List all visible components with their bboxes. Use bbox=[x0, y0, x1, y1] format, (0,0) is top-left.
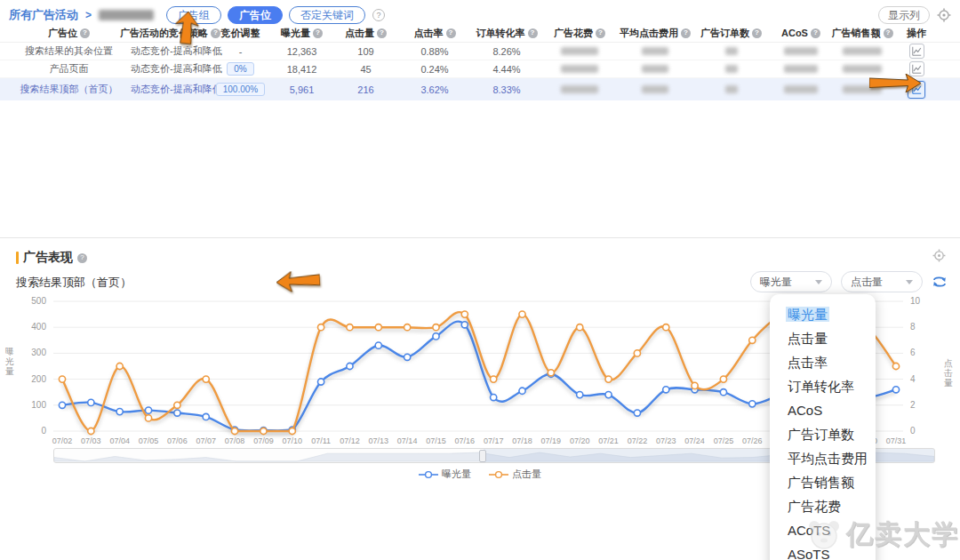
column-header: 广告位? bbox=[7, 27, 131, 40]
tab-negative-keywords[interactable]: 否定关键词 bbox=[289, 6, 365, 24]
metric-select-primary[interactable]: 曝光量 bbox=[750, 271, 832, 292]
bid-adjustment-cell: 0% bbox=[210, 62, 271, 76]
column-header: 平均点击费用? bbox=[616, 27, 694, 40]
redacted-value bbox=[725, 65, 738, 73]
settings-gear-icon[interactable] bbox=[937, 8, 951, 22]
column-header: 点击量? bbox=[332, 27, 399, 40]
column-header: 点击率? bbox=[399, 27, 470, 40]
chart-settings-gear-icon[interactable] bbox=[932, 249, 946, 262]
svg-text:100: 100 bbox=[31, 400, 46, 410]
chevron-down-icon bbox=[906, 280, 913, 284]
breadcrumb[interactable]: 所有广告活动 bbox=[9, 7, 78, 23]
view-chart-button[interactable] bbox=[909, 44, 924, 59]
dropdown-item[interactable]: 订单转化率 bbox=[770, 374, 876, 398]
table-cell bbox=[768, 64, 834, 75]
annotation-arrow-up-placement-tab bbox=[173, 11, 200, 46]
table-cell: 5,961 bbox=[271, 84, 332, 95]
breadcrumb-separator: > bbox=[85, 9, 92, 21]
redacted-value bbox=[784, 85, 818, 93]
watermark-logo-icon bbox=[805, 518, 843, 552]
bid-adjustment-value[interactable]: 0% bbox=[227, 62, 253, 76]
svg-text:400: 400 bbox=[31, 322, 46, 332]
dropdown-item[interactable]: ACoS bbox=[770, 398, 876, 422]
table-header-row: 广告位?广告活动的竞价策略?竞价调整曝光量?点击量?点击率?订单转化率?广告花费… bbox=[0, 24, 960, 43]
legend-item[interactable]: 曝光量 bbox=[419, 468, 471, 481]
info-icon: ? bbox=[446, 28, 456, 38]
column-header: 操作 bbox=[891, 27, 942, 40]
svg-text:07/20: 07/20 bbox=[570, 436, 590, 445]
svg-text:07/18: 07/18 bbox=[512, 436, 532, 445]
redacted-value bbox=[725, 47, 738, 55]
svg-text:07/06: 07/06 bbox=[167, 436, 188, 445]
right-axis-title: 点 击 量 bbox=[944, 358, 953, 388]
table-cell: 216 bbox=[332, 84, 399, 95]
table-cell bbox=[543, 46, 616, 57]
svg-text:07/19: 07/19 bbox=[541, 436, 562, 445]
table-cell bbox=[834, 64, 891, 75]
svg-text:0: 0 bbox=[910, 426, 916, 436]
table-cell: 109 bbox=[332, 46, 399, 57]
dropdown-item[interactable]: 广告订单数 bbox=[770, 422, 876, 446]
table-row: 搜索结果顶部（首页）动态竞价-提高和降低100.00%5,9612163.62%… bbox=[0, 78, 960, 100]
column-header: 广告订单数? bbox=[694, 27, 768, 40]
dropdown-item[interactable]: 平均点击费用 bbox=[770, 446, 876, 470]
svg-text:07/03: 07/03 bbox=[81, 436, 101, 445]
svg-text:300: 300 bbox=[31, 348, 46, 357]
dropdown-item[interactable]: 点击量 bbox=[770, 326, 876, 350]
top-toolbar: 所有广告活动 > 广告组广告位否定关键词 ? 显示列 bbox=[9, 4, 951, 26]
section-title: 广告表现 bbox=[23, 250, 73, 266]
swap-metrics-icon[interactable] bbox=[932, 275, 948, 289]
column-header: 广告花费? bbox=[543, 27, 616, 40]
svg-text:0: 0 bbox=[41, 426, 46, 436]
info-icon: ? bbox=[752, 28, 762, 38]
svg-text:07/15: 07/15 bbox=[426, 436, 446, 445]
dropdown-item[interactable]: 广告销售额 bbox=[770, 470, 876, 494]
svg-text:6: 6 bbox=[910, 348, 916, 357]
dropdown-item[interactable]: 曝光量 bbox=[770, 302, 876, 326]
section-accent-bar bbox=[16, 252, 19, 264]
table-cell: 动态竞价-提高和降低 bbox=[131, 83, 210, 96]
datazoom-handle[interactable] bbox=[479, 450, 486, 462]
legend-item[interactable]: 点击量 bbox=[489, 468, 541, 481]
svg-text:07/08: 07/08 bbox=[225, 436, 245, 445]
chevron-down-icon bbox=[815, 280, 822, 284]
svg-text:07/25: 07/25 bbox=[714, 436, 734, 445]
metric-select-secondary[interactable]: 点击量 bbox=[841, 271, 923, 292]
svg-text:07/10: 07/10 bbox=[282, 436, 302, 445]
watermark-text: 亿卖大学 bbox=[846, 516, 960, 553]
show-columns-button[interactable]: 显示列 bbox=[878, 6, 930, 24]
redacted-value bbox=[843, 65, 882, 73]
annotation-arrow-left-subtitle bbox=[276, 270, 320, 293]
svg-text:07/02: 07/02 bbox=[52, 436, 73, 445]
svg-text:07/11: 07/11 bbox=[311, 436, 331, 445]
bid-adjustment-value[interactable]: 100.00% bbox=[216, 83, 265, 96]
svg-text:2: 2 bbox=[910, 400, 916, 410]
section-help-icon: ? bbox=[77, 253, 87, 263]
table-cell: 8.33% bbox=[470, 84, 543, 95]
table-cell: 18,412 bbox=[271, 64, 332, 75]
svg-text:07/09: 07/09 bbox=[253, 436, 274, 445]
svg-text:07/24: 07/24 bbox=[684, 436, 705, 445]
table-cell bbox=[694, 46, 768, 57]
info-icon: ? bbox=[596, 28, 605, 38]
table-cell: 0.88% bbox=[399, 46, 470, 57]
svg-text:07/22: 07/22 bbox=[628, 436, 648, 445]
placements-table: 广告位?广告活动的竞价策略?竞价调整曝光量?点击量?点击率?订单转化率?广告花费… bbox=[0, 24, 960, 100]
watermark: 亿卖大学 bbox=[805, 516, 960, 553]
svg-text:4: 4 bbox=[910, 374, 916, 384]
redacted-value bbox=[561, 47, 598, 55]
dropdown-item[interactable]: 广告花费 bbox=[770, 494, 876, 518]
redacted-value bbox=[725, 85, 738, 93]
tab-placement[interactable]: 广告位 bbox=[228, 6, 283, 24]
info-icon: ? bbox=[313, 28, 323, 38]
dropdown-item[interactable]: 点击率 bbox=[770, 350, 876, 374]
action-cell bbox=[891, 44, 942, 59]
column-header: 广告销售额? bbox=[834, 27, 891, 40]
svg-text:8: 8 bbox=[910, 322, 916, 332]
annotation-arrow-right-action bbox=[869, 74, 921, 92]
info-icon: ? bbox=[377, 28, 387, 38]
svg-text:10: 10 bbox=[910, 296, 921, 306]
table-row: 搜索结果的其余位置动态竞价-提高和降低-12,3631090.88%8.26% bbox=[0, 43, 960, 60]
redacted-value bbox=[784, 47, 818, 55]
bid-adjustment-cell: - bbox=[210, 46, 271, 57]
